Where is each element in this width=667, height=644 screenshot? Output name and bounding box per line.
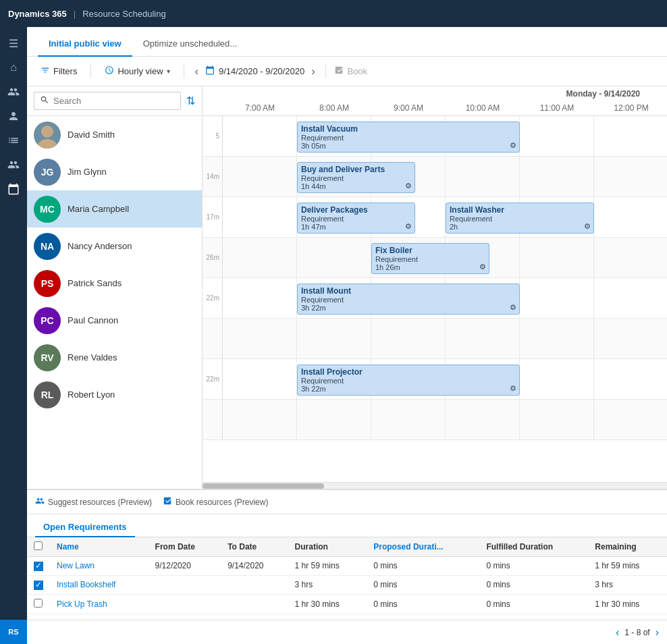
grid-row: 22mInstall Mount Requirement 3h 22m ⚙Pre… <box>203 278 667 319</box>
grid-cell <box>446 400 520 439</box>
grid-cell <box>223 359 297 399</box>
users-icon[interactable] <box>3 154 24 176</box>
resource-item-david-smith[interactable]: David Smith <box>27 116 202 153</box>
search-input[interactable] <box>53 96 175 106</box>
calendar-icon[interactable] <box>3 178 24 200</box>
appointment-block-fix-boiler[interactable]: Fix Boiler Requirement 1h 26m ⚙ <box>371 243 489 274</box>
grid-offset: 14m <box>203 157 223 196</box>
book-button[interactable]: Book <box>334 65 367 77</box>
hourly-view-button[interactable]: Hourly view ▾ <box>99 63 175 80</box>
requirement-link[interactable]: Pick Up Trash <box>57 599 107 609</box>
avatar: PC <box>34 307 61 334</box>
resource-items: David SmithJGJim GlynnMCMaria CampbellNA… <box>27 116 202 489</box>
col-name[interactable]: Name <box>50 537 149 557</box>
row-checkbox-checked[interactable]: ✓ <box>34 581 43 590</box>
appt-title: Deliver Packages <box>301 205 411 215</box>
grid-cell <box>520 238 594 277</box>
row-checkbox[interactable] <box>34 599 43 608</box>
scroll-thumb[interactable] <box>203 483 324 489</box>
row-checkbox-checked[interactable]: ✓ <box>34 562 43 571</box>
resource-name: Maria Campbell <box>68 204 129 214</box>
grid-row: 17mDeliver Packages Requirement 1h 47m ⚙… <box>203 197 667 238</box>
appointment-block-install-mount[interactable]: Install Mount Requirement 3h 22m ⚙ <box>297 284 520 315</box>
grid-cell <box>223 116 297 156</box>
date-nav: ‹ 9/14/2020 - 9/20/2020 › <box>192 65 318 78</box>
calendar-icon-2 <box>205 65 215 77</box>
appointment-block-buy-deliver-parts[interactable]: Buy and Deliver Parts Requirement 1h 44m… <box>297 162 415 193</box>
appt-icon: ⚙ <box>405 222 412 231</box>
appt-icon: ⚙ <box>405 182 412 190</box>
next-date-button[interactable]: › <box>309 65 317 78</box>
cell-from_date <box>149 594 221 614</box>
tab-optimize-unscheduled[interactable]: Optimize unscheduled... <box>132 33 248 57</box>
bottom-panel: Suggest resources (Preview) Book resourc… <box>27 489 667 644</box>
cell-remaining: 3 hrs <box>588 575 667 594</box>
appointment-block-install-vacuum[interactable]: Install Vacuum Requirement 3h 05m ⚙ <box>297 122 520 153</box>
next-page-button[interactable]: › <box>656 626 659 639</box>
filters-label: Filters <box>53 66 77 76</box>
appointment-block-deliver-packages[interactable]: Deliver Packages Requirement 1h 47m ⚙ <box>297 203 415 234</box>
req-table-wrap: Name From Date To Date Duration Proposed… <box>27 537 667 620</box>
appt-sub: Requirement <box>375 255 485 263</box>
tab-initial-public-view[interactable]: Initial public view <box>38 33 132 57</box>
filters-button[interactable]: Filters <box>35 63 82 80</box>
hamburger-icon[interactable]: ☰ <box>3 32 24 54</box>
requirement-link[interactable]: Install Bookshelf <box>57 580 115 589</box>
table-row: ✓New Lawn9/12/20209/14/20201 hr 59 mins0… <box>27 557 667 576</box>
appt-title: Install Projector <box>301 367 516 377</box>
resource-item-jim-glynn[interactable]: JGJim Glynn <box>27 153 202 190</box>
appt-duration: 1h 26m <box>375 263 485 271</box>
people-icon[interactable] <box>3 81 24 103</box>
avatar: RL <box>34 381 61 408</box>
book-resources-button[interactable]: Book resources (Preview) <box>163 496 268 508</box>
list-icon[interactable] <box>3 130 24 151</box>
book-icon <box>334 65 344 77</box>
appt-title: Install Mount <box>301 286 516 296</box>
suggest-resources-button[interactable]: Suggest resources (Preview) <box>35 496 152 508</box>
resource-name: David Smith <box>68 130 115 140</box>
tab-row: Initial public view Optimize unscheduled… <box>27 27 667 57</box>
col-proposed[interactable]: Proposed Durati... <box>367 537 479 557</box>
grid-offset <box>203 319 223 358</box>
req-tab-open[interactable]: Open Requirements <box>35 518 135 537</box>
avatar: PS <box>34 270 61 297</box>
appointment-block-install-washer[interactable]: Install Washer Requirement 2h ⚙ <box>446 203 594 234</box>
resource-name: Nancy Anderson <box>68 241 132 251</box>
grid-cell <box>223 319 297 358</box>
col-fulfilled: Fulfilled Duration <box>479 537 588 557</box>
cell-remaining: 1 hr 30 mins <box>588 594 667 614</box>
select-all-checkbox[interactable] <box>34 541 43 550</box>
left-sidebar: ☰ ⌂ <box>0 27 27 644</box>
cell-proposed: 0 mins <box>367 594 479 614</box>
grid-cell <box>520 278 594 318</box>
resource-item-paul-cannon[interactable]: PCPaul Cannon <box>27 302 202 339</box>
home-icon[interactable]: ⌂ <box>3 57 24 78</box>
resource-name: Rene Valdes <box>68 352 117 363</box>
prev-page-button[interactable]: ‹ <box>616 626 619 639</box>
resource-item-maria-campbell[interactable]: MCMaria Campbell <box>27 190 202 227</box>
resource-item-nancy-anderson[interactable]: NANancy Anderson <box>27 227 202 265</box>
brand-separator: | <box>74 9 76 19</box>
filter-icon <box>41 65 50 77</box>
resource-item-patrick-sands[interactable]: PSPatrick Sands <box>27 265 202 302</box>
grid-cell <box>594 238 667 277</box>
prev-date-button[interactable]: ‹ <box>192 65 201 78</box>
appt-icon: ⚙ <box>510 303 516 312</box>
grid-cell <box>520 359 594 399</box>
time-slot-label: 7:00 AM <box>223 103 297 113</box>
suggest-icon <box>35 496 45 508</box>
resource-item-rene-valdes[interactable]: RVRene Valdes <box>27 339 202 376</box>
appt-duration: 3h 22m <box>301 385 516 393</box>
person-icon[interactable] <box>3 105 24 127</box>
topbar: Dynamics 365 | Resource Scheduling <box>0 0 667 27</box>
sort-button[interactable]: ⇅ <box>186 95 195 107</box>
resource-name: Jim Glynn <box>68 167 107 177</box>
resource-item-robert-lyon[interactable]: RLRobert Lyon <box>27 376 202 413</box>
toolbar-separator-3 <box>325 65 326 78</box>
schedule-area: ⇅ David SmithJGJim GlynnMCMaria Campbell… <box>27 86 667 489</box>
col-from-date: From Date <box>149 537 221 557</box>
appointment-block-install-projector[interactable]: Install Projector Requirement 3h 22m ⚙ <box>297 365 520 396</box>
user-badge[interactable]: RS <box>0 620 27 644</box>
appt-title: Buy and Deliver Parts <box>301 165 411 174</box>
requirement-link[interactable]: New Lawn <box>57 561 95 570</box>
